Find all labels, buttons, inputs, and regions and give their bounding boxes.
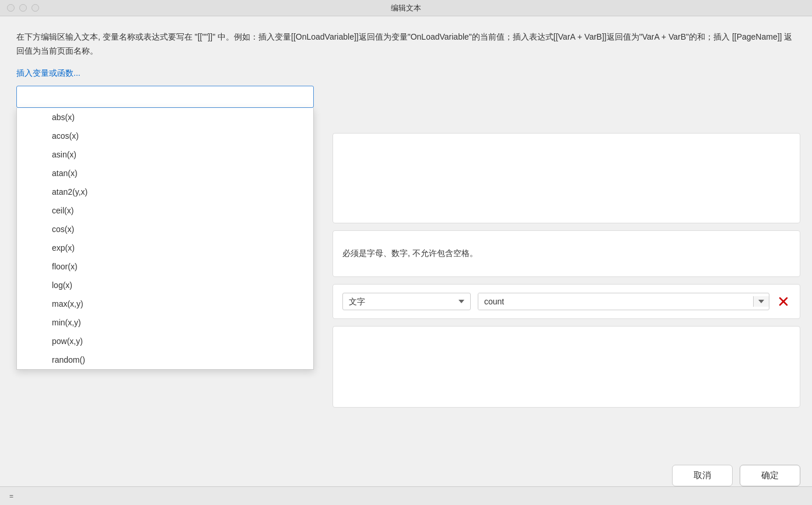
search-input-wrapper: abs(x) acos(x) asin(x) atan(x) atan2(y,x… (16, 86, 796, 108)
list-item[interactable]: ceil(x) (17, 201, 313, 220)
minimize-button[interactable] (19, 4, 27, 12)
chevron-down-icon (758, 300, 764, 303)
middle-section-box: 必须是字母、数字, 不允许包含空格。 (332, 230, 800, 277)
field-row: 文字 数字 布尔值 (332, 284, 800, 319)
list-item[interactable]: acos(x) (17, 127, 313, 145)
search-input[interactable] (16, 86, 314, 108)
function-dropdown-list: abs(x) acos(x) asin(x) atan(x) atan2(y,x… (16, 108, 314, 370)
list-item[interactable]: abs(x) (17, 108, 313, 127)
cancel-button[interactable]: 取消 (672, 465, 733, 486)
close-button[interactable] (7, 4, 15, 12)
confirm-button[interactable]: 确定 (740, 465, 800, 486)
validation-text: 必须是字母、数字, 不允许包含空格。 (342, 248, 478, 259)
dialog-title: 编辑文本 (391, 3, 421, 13)
title-bar: 编辑文本 (0, 0, 812, 16)
bottom-bar: = (0, 486, 812, 505)
description-text: 在下方编辑区输入文本, 变量名称或表达式要写在 "[[""]]" 中。例如：插入… (16, 30, 796, 58)
list-item[interactable]: random() (17, 350, 313, 369)
list-item[interactable]: min(x,y) (17, 313, 313, 332)
delete-row-button[interactable] (776, 294, 790, 308)
list-item[interactable]: cos(x) (17, 220, 313, 239)
top-section-box (332, 133, 800, 223)
list-item[interactable]: atan2(y,x) (17, 183, 313, 201)
maximize-button[interactable] (32, 4, 39, 12)
value-input-wrapper (478, 293, 769, 310)
list-item[interactable]: exp(x) (17, 239, 313, 257)
close-icon (779, 297, 788, 306)
dialog-body: 在下方编辑区输入文本, 变量名称或表达式要写在 "[[""]]" 中。例如：插入… (0, 16, 812, 120)
value-dropdown-button[interactable] (753, 296, 769, 307)
list-item[interactable]: asin(x) (17, 145, 313, 164)
value-input[interactable] (478, 293, 753, 310)
bottom-section-box (332, 326, 800, 408)
list-item[interactable]: pow(x,y) (17, 332, 313, 350)
bottom-bar-text: = (9, 492, 13, 500)
dialog-footer: 取消 确定 (672, 465, 800, 486)
list-item[interactable]: atan(x) (17, 164, 313, 183)
list-item[interactable]: log(x) (17, 276, 313, 294)
type-select[interactable]: 文字 数字 布尔值 (342, 293, 471, 310)
insert-variable-link[interactable]: 插入变量或函数... (16, 68, 80, 79)
list-item[interactable]: max(x,y) (17, 294, 313, 313)
list-item[interactable]: floor(x) (17, 257, 313, 276)
title-bar-buttons (7, 4, 39, 12)
right-content-area: 必须是字母、数字, 不允许包含空格。 文字 数字 布尔值 (332, 133, 800, 408)
